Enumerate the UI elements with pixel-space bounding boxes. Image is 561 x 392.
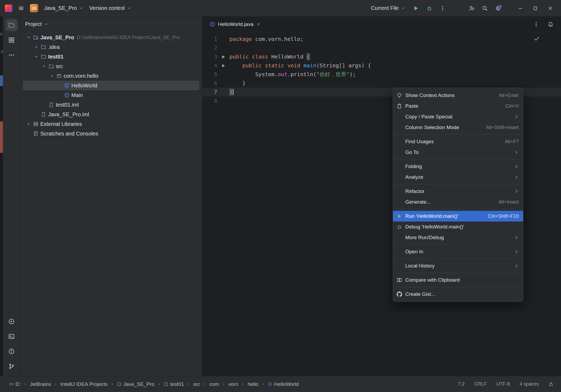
maximize-button[interactable] — [528, 0, 543, 17]
tree-item-external-libraries[interactable]: External Libraries — [23, 119, 199, 129]
breadcrumb-d[interactable]: D: — [9, 381, 21, 387]
more-actions-icon[interactable] — [440, 5, 446, 11]
minimize-button[interactable] — [513, 0, 528, 17]
chevron-down-icon[interactable] — [48, 73, 55, 78]
tree-item-src[interactable]: src — [23, 61, 199, 71]
gutter — [217, 35, 229, 44]
menu-item-find-usages[interactable]: Find UsagesAlt+F7 — [393, 136, 523, 147]
breadcrumb-vorn[interactable]: vorn — [228, 381, 238, 387]
run-line-gutter-icon[interactable] — [217, 61, 229, 70]
code-line-6[interactable]: 6 } — [202, 79, 561, 88]
chevron-right-icon[interactable] — [25, 122, 32, 126]
code-with-me-icon[interactable] — [469, 5, 474, 11]
tree-item-test01[interactable]: test01 — [23, 52, 199, 61]
tab-options-icon[interactable] — [533, 21, 539, 27]
breadcrumb-hello[interactable]: hello — [248, 381, 258, 387]
file-icon — [40, 112, 47, 117]
tree-item-test01-iml[interactable]: test01.iml — [23, 100, 199, 110]
line-ending[interactable]: CRLF — [474, 381, 487, 387]
menu-separator — [393, 159, 523, 160]
project-badge[interactable]: JS — [30, 4, 38, 12]
line-number: 3 — [202, 52, 217, 61]
menu-item-open-in[interactable]: Open In — [393, 246, 523, 257]
breadcrumb-com[interactable]: com — [209, 381, 219, 387]
menu-item-compare-with-clipboard[interactable]: Compare with Clipboard — [393, 275, 523, 285]
breadcrumb-intellij-idea-projects[interactable]: IntelliJ IDEA Projects — [60, 381, 107, 387]
run-line-gutter-icon[interactable] — [217, 52, 229, 61]
lightbulb-icon — [397, 93, 405, 98]
run-configuration-selector[interactable]: Current File — [371, 5, 406, 11]
settings-gear-icon[interactable] — [495, 5, 501, 11]
menu-item-run-helloworld-main[interactable]: Run 'HelloWorld.main()'Ctrl+Shift+F10 — [393, 211, 523, 222]
inspections-ok-icon[interactable] — [534, 36, 540, 42]
menu-item-debug-helloworld-main[interactable]: Debug 'HelloWorld.main()' — [393, 222, 523, 232]
project-selector[interactable]: Java_SE_Pro — [44, 5, 83, 11]
chevron-down-icon[interactable] — [33, 54, 40, 59]
tree-item-main[interactable]: CMain — [23, 90, 199, 100]
menu-item-paste[interactable]: PasteCtrl+V — [393, 101, 523, 111]
breadcrumb-label: vorn — [228, 381, 238, 387]
code-line-3[interactable]: 3public class HelloWorld { — [202, 52, 561, 61]
activity-project-button[interactable] — [5, 19, 18, 31]
run-button[interactable] — [413, 5, 419, 11]
indent-style[interactable]: 4 spaces — [520, 381, 539, 387]
menu-item-show-context-actions[interactable]: Show Context ActionsAlt+Enter — [393, 90, 523, 101]
vcs-menu[interactable]: Version control — [89, 5, 131, 11]
menu-item-generate[interactable]: Generate...Alt+Insert — [393, 197, 523, 207]
menu-item-refactor[interactable]: Refactor — [393, 186, 523, 197]
activity-run-button[interactable] — [5, 316, 18, 327]
code-line-5[interactable]: 5 System.out.println("你好，世界"); — [202, 70, 561, 79]
menu-item-copy-paste-special[interactable]: Copy / Paste Special — [393, 111, 523, 122]
notifications-bell-icon[interactable] — [548, 21, 554, 27]
search-everywhere-icon[interactable] — [482, 5, 488, 11]
activity-branch-button[interactable] — [5, 360, 18, 372]
code-line-2[interactable]: 2 — [202, 44, 561, 52]
line-number: 7 — [202, 88, 217, 96]
breadcrumb-helloworld[interactable]: CHelloWorld — [268, 381, 299, 387]
lock-icon[interactable] — [548, 382, 554, 387]
code-line-1[interactable]: 1package com.vorn.hello; — [202, 35, 561, 44]
tree-item-helloworld[interactable]: CHelloWorld — [23, 81, 199, 90]
activity-more-button[interactable] — [5, 49, 18, 61]
menu-separator — [393, 259, 523, 259]
activity-structure-button[interactable] — [5, 34, 18, 46]
activity-terminal-button[interactable] — [5, 331, 18, 342]
close-tab-icon[interactable] — [256, 22, 260, 26]
menu-item-more-run-debug[interactable]: More Run/Debug — [393, 232, 523, 243]
file-encoding[interactable]: UTF-8 — [496, 381, 510, 387]
submenu-arrow-icon — [514, 249, 519, 254]
tab-helloworld-java[interactable]: C HelloWorld.java — [202, 17, 265, 32]
breadcrumb-jetbrains[interactable]: JetBrains — [30, 381, 51, 387]
tree-item-java-se-pro-iml[interactable]: Java_SE_Pro.iml — [23, 110, 199, 119]
chevron-right-icon — [54, 382, 58, 386]
menu-item-folding[interactable]: Folding — [393, 161, 523, 172]
menu-item-local-history[interactable]: Local History — [393, 261, 523, 271]
menu-item-analyze[interactable]: Analyze — [393, 172, 523, 183]
folder-icon — [40, 44, 47, 50]
chevron-right-icon[interactable] — [33, 45, 40, 49]
line-number: 5 — [202, 70, 217, 79]
menu-item-label: Copy / Paste Special — [405, 114, 514, 120]
breadcrumb-src[interactable]: src — [193, 381, 200, 387]
chevron-down-icon[interactable] — [41, 64, 48, 69]
menu-item-go-to[interactable]: Go To — [393, 147, 523, 158]
close-button[interactable] — [543, 0, 558, 17]
project-panel-header[interactable]: Project — [20, 17, 202, 32]
breadcrumb-java-se-pro[interactable]: Java_SE_Pro — [117, 381, 154, 387]
menu-item-column-selection-mode[interactable]: Column Selection ModeAlt+Shift+Insert — [393, 122, 523, 133]
activity-problems-button[interactable] — [5, 346, 18, 357]
tree-item-com-vorn-hello[interactable]: com.vorn.hello — [23, 71, 199, 81]
code-line-4[interactable]: 4 public static void main(String[] args)… — [202, 61, 561, 70]
chevron-down-icon — [401, 6, 406, 10]
tree-item-scratches-and-consoles[interactable]: Scratches and Consoles — [23, 129, 199, 138]
tree-item-java-se-pro[interactable]: Java_SE_ProD:\JetBrains\IntelliJ IDEA Pr… — [23, 33, 199, 42]
menu-item-create-gist[interactable]: Create Gist... — [393, 289, 523, 300]
chevron-down-icon[interactable] — [25, 35, 32, 40]
tree-item-idea[interactable]: .idea — [23, 42, 199, 52]
chevron-down-icon — [79, 6, 83, 10]
module-icon — [164, 382, 168, 386]
breadcrumb-test01[interactable]: test01 — [164, 381, 184, 387]
main-menu-icon[interactable] — [18, 5, 24, 11]
debug-button[interactable] — [426, 5, 432, 11]
caret-position[interactable]: 7:2 — [458, 381, 465, 387]
